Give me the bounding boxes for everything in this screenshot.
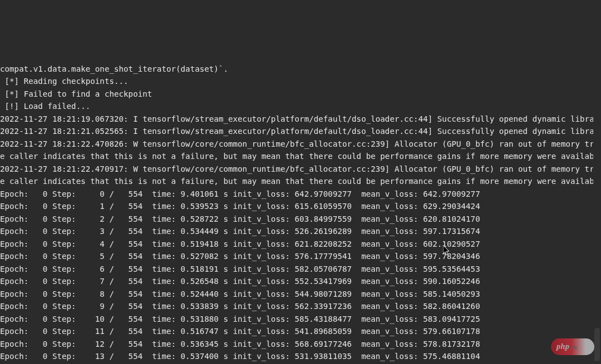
scrollbar-thumb[interactable] xyxy=(594,328,600,361)
log-line: [*] Failed to find a checkpoint xyxy=(0,88,601,101)
epoch-line: Epoch: 0 Step: 9 / 554 time: 0.533839 s … xyxy=(0,300,601,313)
terminal-output[interactable]: compat.v1.data.make_one_shot_iterator(da… xyxy=(0,63,601,365)
epoch-line: Epoch: 0 Step: 6 / 554 time: 0.518191 s … xyxy=(0,263,601,276)
epoch-line: Epoch: 0 Step: 8 / 554 time: 0.524440 s … xyxy=(0,288,601,301)
log-line: 2022-11-27 18:21:19.067320: I tensorflow… xyxy=(0,113,601,126)
epoch-line: Epoch: 0 Step: 12 / 554 time: 0.536345 s… xyxy=(0,338,601,351)
epoch-line: Epoch: 0 Step: 5 / 554 time: 0.527082 s … xyxy=(0,250,601,263)
epoch-line: Epoch: 0 Step: 0 / 554 time: 9.401061 s … xyxy=(0,188,601,201)
epoch-line: Epoch: 0 Step: 13 / 554 time: 0.537400 s… xyxy=(0,350,601,363)
log-line: 2022-11-27 18:21:22.470826: W tensorflow… xyxy=(0,138,601,151)
log-line: [*] Reading checkpoints... xyxy=(0,75,601,88)
log-line: e caller indicates that this is not a fa… xyxy=(0,150,601,163)
epoch-line: Epoch: 0 Step: 3 / 554 time: 0.534449 s … xyxy=(0,225,601,238)
epoch-line: Epoch: 0 Step: 1 / 554 time: 0.539523 s … xyxy=(0,200,601,213)
epoch-line: Epoch: 0 Step: 10 / 554 time: 0.531880 s… xyxy=(0,313,601,326)
epoch-line: Epoch: 0 Step: 4 / 554 time: 0.519418 s … xyxy=(0,238,601,251)
scrollbar-track[interactable] xyxy=(593,13,601,365)
log-line: [!] Load failed... xyxy=(0,100,601,113)
epoch-line: Epoch: 0 Step: 2 / 554 time: 0.528722 s … xyxy=(0,213,601,226)
log-line: e caller indicates that this is not a fa… xyxy=(0,175,601,188)
log-line: compat.v1.data.make_one_shot_iterator(da… xyxy=(0,63,601,76)
log-line: 2022-11-27 18:21:22.470917: W tensorflow… xyxy=(0,163,601,176)
log-line: 2022-11-27 18:21:21.052565: I tensorflow… xyxy=(0,125,601,138)
epoch-line: Epoch: 0 Step: 7 / 554 time: 0.526548 s … xyxy=(0,275,601,288)
epoch-line: Epoch: 0 Step: 11 / 554 time: 0.516747 s… xyxy=(0,325,601,338)
